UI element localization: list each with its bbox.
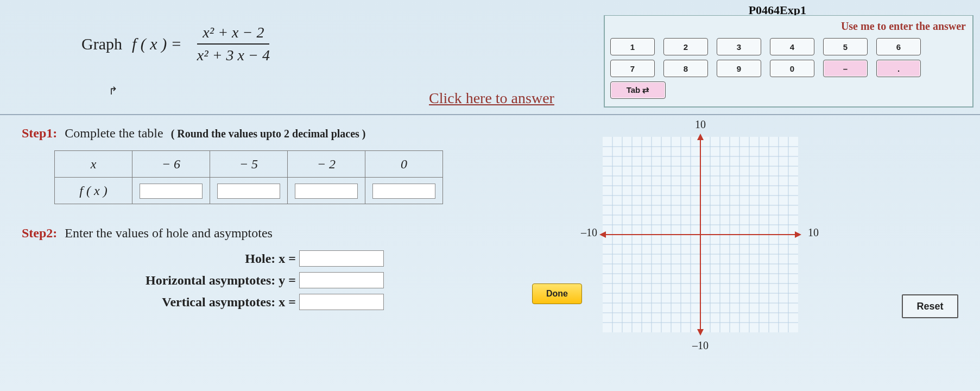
formula-numerator: x² + x − 2 [197, 22, 269, 45]
key-7[interactable]: 7 [610, 60, 655, 77]
formula-lhs: f ( x ) = [132, 35, 182, 53]
x-header: x [55, 151, 132, 178]
fx-header: f ( x ) [55, 178, 132, 204]
key-6[interactable]: 6 [876, 38, 921, 55]
hasym-label: Horizontal asymptotes: y = [22, 273, 299, 288]
table-row: x − 6 − 5 − 2 0 [55, 151, 443, 178]
answer-link[interactable]: Click here to answer [429, 90, 554, 107]
fx-input-2[interactable] [295, 184, 358, 199]
axis-right-label: 10 [808, 226, 819, 239]
graph-area[interactable]: 10 –10 –10 10 [586, 121, 814, 349]
x-value: − 6 [132, 151, 210, 178]
key-0[interactable]: 0 [770, 60, 814, 77]
key-3[interactable]: 3 [717, 38, 761, 55]
fx-input-1[interactable] [217, 184, 280, 199]
step1-note: ( Round the values upto 2 decimal places… [171, 128, 366, 140]
axis-left-label: –10 [581, 226, 597, 239]
axis-bottom-label: –10 [692, 339, 709, 352]
formula-denominator: x² + 3 x − 4 [192, 45, 275, 66]
vasym-label: Vertical asymptotes: x = [22, 295, 299, 310]
key-9[interactable]: 9 [717, 60, 761, 77]
step1-label: Step1: [22, 126, 57, 141]
key-tab[interactable]: Tab ⇄ [610, 81, 666, 99]
hasym-input[interactable] [299, 272, 384, 288]
graph-grid-icon [586, 121, 814, 349]
formula-fraction: x² + x − 2 x² + 3 x − 4 [192, 22, 275, 66]
step2-label: Step2: [22, 226, 57, 241]
cursor-icon: ↱ [109, 84, 118, 97]
formula-prefix: Graph [81, 35, 122, 53]
done-button[interactable]: Done [532, 283, 582, 304]
key-8[interactable]: 8 [663, 60, 708, 77]
hole-input[interactable] [299, 250, 384, 267]
key-minus[interactable]: – [823, 60, 868, 77]
key-4[interactable]: 4 [770, 38, 814, 55]
step2-text: Enter the values of hole and asymptotes [65, 226, 273, 241]
step1-text: Complete the table [65, 126, 163, 141]
keypad-title: Use me to enter the answer [608, 19, 969, 36]
keypad: Use me to enter the answer 1 2 3 4 5 6 7… [604, 15, 973, 108]
fx-input-3[interactable] [372, 184, 435, 199]
axis-top-label: 10 [695, 118, 706, 131]
table-row: f ( x ) [55, 178, 443, 204]
x-value: − 5 [210, 151, 288, 178]
hole-label: Hole: x = [22, 251, 299, 266]
reset-button[interactable]: Reset [902, 294, 958, 318]
key-2[interactable]: 2 [663, 38, 708, 55]
key-5[interactable]: 5 [823, 38, 868, 55]
value-table: x − 6 − 5 − 2 0 f ( x ) [54, 150, 443, 204]
step1-heading: Step1: Complete the table ( Round the va… [22, 126, 958, 141]
key-dot[interactable]: . [876, 60, 921, 77]
fx-input-0[interactable] [140, 184, 203, 199]
x-value: − 2 [288, 151, 365, 178]
x-value: 0 [365, 151, 443, 178]
formula: Graph f ( x ) = x² + x − 2 x² + 3 x − 4 [81, 22, 275, 66]
vasym-input[interactable] [299, 294, 384, 310]
key-1[interactable]: 1 [610, 38, 655, 55]
